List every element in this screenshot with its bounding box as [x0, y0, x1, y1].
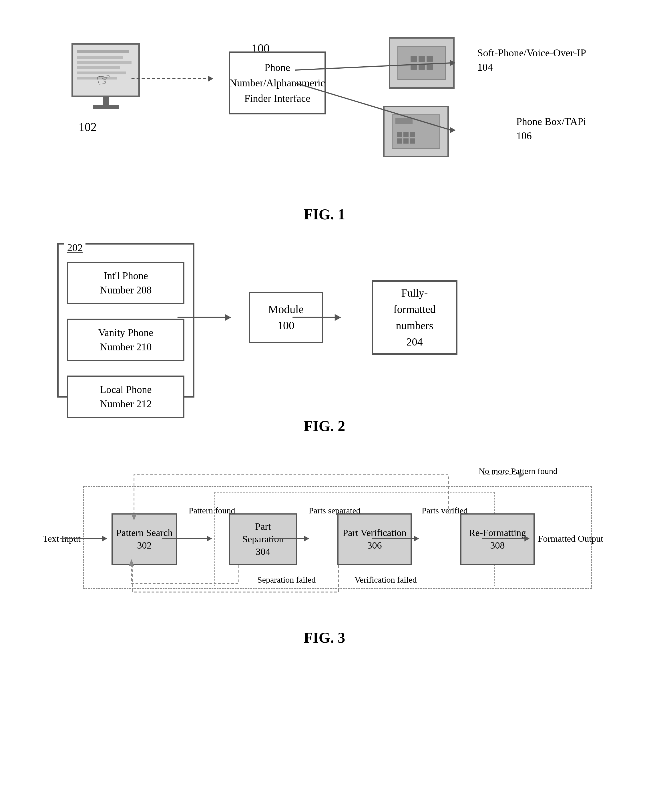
center-box-text: PhoneNumber/AlphanumericFinder Interface: [230, 60, 325, 106]
pattern-search-text: Pattern Search302: [116, 527, 172, 552]
part-verification-text: Part Verification306: [343, 527, 406, 552]
fig1-container: ☞ 102 100 PhoneNumber/AlphanumericFinder…: [34, 23, 615, 200]
svg-marker-1: [208, 76, 213, 81]
fig3-section: Text Input No more Pattern found Pattern…: [34, 452, 615, 646]
phone-box: [383, 106, 449, 157]
part-verification-box: Part Verification306: [337, 513, 412, 565]
reformatting-box: Re-Formatting308: [460, 513, 535, 565]
part-separation-text: PartSeparation304: [242, 520, 283, 558]
fig3-container: Text Input No more Pattern found Pattern…: [34, 452, 615, 624]
no-pattern-label: No more Pattern found: [478, 466, 558, 476]
module-box-text: Module100: [268, 301, 304, 333]
center-box-100: PhoneNumber/AlphanumericFinder Interface: [229, 52, 326, 114]
fig1-section: ☞ 102 100 PhoneNumber/AlphanumericFinder…: [34, 23, 615, 217]
fig2-group-box: 202 Int'l PhoneNumber 208 Vanity PhoneNu…: [57, 243, 194, 398]
part-separation-box: PartSeparation304: [229, 513, 297, 565]
soft-phone-box: [389, 37, 455, 89]
fig2-section: 202 Int'l PhoneNumber 208 Vanity PhoneNu…: [34, 235, 615, 429]
formatted-output-label: Formatted Output: [538, 533, 603, 544]
fig3-caption: FIG. 3: [34, 629, 615, 646]
reformatting-text: Re-Formatting308: [469, 527, 526, 552]
fig2-local-box: Local PhoneNumber 212: [67, 375, 184, 418]
fig2-vanity-box: Vanity PhoneNumber 210: [67, 319, 184, 361]
fig2-caption: FIG. 2: [34, 418, 615, 435]
fig2-output-box: Fully-formattednumbers204: [372, 280, 457, 355]
svg-marker-9: [335, 314, 341, 321]
output-box-text: Fully-formattednumbers204: [393, 285, 436, 350]
fig1-caption: FIG. 1: [34, 206, 615, 223]
verification-failed-label: Verification failed: [355, 575, 417, 585]
label-104: Soft-Phone/Voice-Over-IP104: [477, 46, 586, 75]
label-102: 102: [79, 120, 97, 134]
fig2-container: 202 Int'l PhoneNumber 208 Vanity PhoneNu…: [34, 235, 615, 412]
pattern-search-box: Pattern Search302: [111, 513, 177, 565]
text-input-label: Text Input: [43, 533, 81, 544]
fig2-intl-box: Int'l PhoneNumber 208: [67, 262, 184, 304]
computer-monitor: ☞: [72, 43, 140, 111]
page: ☞ 102 100 PhoneNumber/AlphanumericFinder…: [0, 0, 649, 812]
svg-marker-5: [450, 127, 456, 133]
label-106: Phone Box/TAPi106: [516, 114, 586, 143]
separation-failed-label: Separation failed: [257, 575, 315, 585]
fig2-module-box: Module100: [249, 292, 323, 343]
svg-marker-7: [225, 314, 231, 321]
fig2-group-label: 202: [64, 242, 85, 254]
